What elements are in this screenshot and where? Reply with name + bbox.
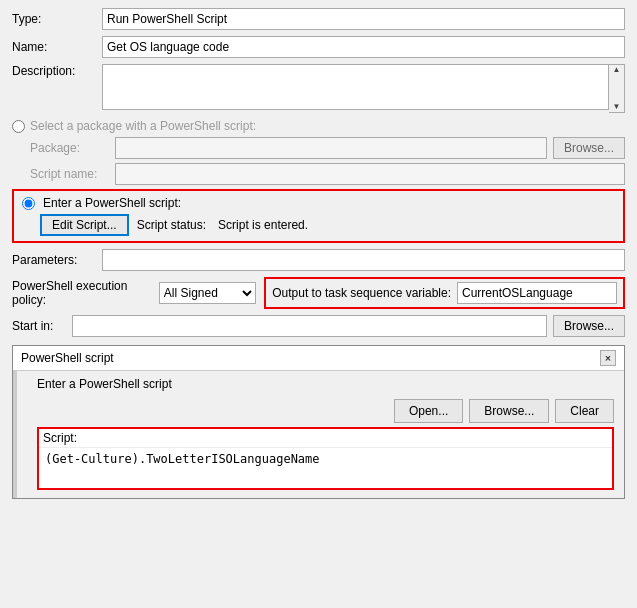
ps-dialog-title: PowerShell script (21, 351, 114, 365)
enter-ps-radio[interactable] (22, 197, 35, 210)
description-wrapper: ▲ ▼ (102, 64, 625, 113)
name-input[interactable] (102, 36, 625, 58)
ps-script-content[interactable]: (Get-Culture).TwoLetterISOLanguageName (39, 448, 612, 488)
package-browse-button: Browse... (553, 137, 625, 159)
package-input (115, 137, 547, 159)
description-scrollbar[interactable]: ▲ ▼ (609, 64, 625, 113)
script-name-label: Script name: (30, 167, 115, 181)
package-row: Package: Browse... (30, 137, 625, 159)
type-label: Type: (12, 12, 102, 26)
script-status-value: Script is entered. (218, 218, 308, 232)
name-row: Name: (12, 36, 625, 58)
enter-ps-section: Enter a PowerShell script: Edit Script..… (12, 189, 625, 243)
policy-label: PowerShell execution policy: (12, 279, 147, 307)
ps-dialog-open-button[interactable]: Open... (394, 399, 463, 423)
ps-dialog-subtitle: Enter a PowerShell script (27, 371, 624, 395)
description-row: Description: ▲ ▼ (12, 64, 625, 113)
start-in-label: Start in: (12, 319, 72, 333)
output-var-input[interactable] (457, 282, 617, 304)
ps-dialog-clear-button[interactable]: Clear (555, 399, 614, 423)
policy-output-row: PowerShell execution policy: All Signed … (12, 277, 625, 309)
select-package-section: Select a package with a PowerShell scrip… (12, 119, 625, 185)
enter-ps-controls-row: Edit Script... Script status: Script is … (22, 214, 615, 236)
parameters-row: Parameters: (12, 249, 625, 271)
select-package-label: Select a package with a PowerShell scrip… (30, 119, 256, 133)
parameters-label: Parameters: (12, 253, 102, 267)
name-label: Name: (12, 40, 102, 54)
dialog-bottom-space (27, 490, 624, 498)
script-name-input (115, 163, 625, 185)
ps-dialog-close-button[interactable]: × (600, 350, 616, 366)
scroll-down-icon[interactable]: ▼ (613, 103, 621, 111)
policy-select[interactable]: All Signed Bypass Restricted (159, 282, 256, 304)
description-label: Description: (12, 64, 102, 78)
description-input[interactable] (102, 64, 609, 110)
start-in-row: Start in: Browse... (12, 315, 625, 337)
enter-ps-row: Enter a PowerShell script: (22, 196, 615, 210)
type-input[interactable] (102, 8, 625, 30)
script-name-row: Script name: (30, 163, 625, 185)
ps-dialog-browse-button[interactable]: Browse... (469, 399, 549, 423)
package-section: Package: Browse... Script name: (12, 137, 625, 185)
start-in-browse-button[interactable]: Browse... (553, 315, 625, 337)
parameters-input[interactable] (102, 249, 625, 271)
output-var-label: Output to task sequence variable: (272, 286, 451, 300)
ps-script-label: Script: (39, 429, 612, 448)
ps-script-area: Script: (Get-Culture).TwoLetterISOLangua… (37, 427, 614, 490)
package-label: Package: (30, 141, 115, 155)
script-status-label: Script status: (137, 218, 206, 232)
scroll-up-icon[interactable]: ▲ (613, 66, 621, 74)
ps-dialog: PowerShell script × Enter a PowerShell s… (12, 345, 625, 499)
ps-dialog-titlebar: PowerShell script × (13, 346, 624, 371)
output-var-section: Output to task sequence variable: (264, 277, 625, 309)
edit-script-button[interactable]: Edit Script... (40, 214, 129, 236)
select-package-radio-row: Select a package with a PowerShell scrip… (12, 119, 625, 133)
enter-ps-label: Enter a PowerShell script: (43, 196, 181, 210)
type-row: Type: (12, 8, 625, 30)
left-accent-bar (13, 371, 17, 498)
ps-dialog-body: Enter a PowerShell script Open... Browse… (13, 371, 624, 498)
ps-dialog-buttons-row: Open... Browse... Clear (27, 395, 624, 427)
start-in-input[interactable] (72, 315, 547, 337)
select-package-radio[interactable] (12, 120, 25, 133)
